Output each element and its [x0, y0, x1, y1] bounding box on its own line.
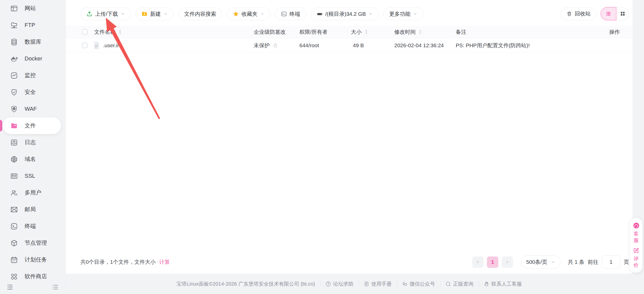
wechat-icon [402, 281, 408, 287]
sidebar-item-multiuser[interactable]: 多用户 [0, 184, 65, 201]
log-icon [10, 139, 18, 146]
sort-icon[interactable] [365, 29, 368, 35]
chevron-right-icon [505, 260, 510, 264]
sidebar-item-label: 软件商店 [25, 273, 47, 280]
view-toggle [601, 7, 629, 20]
sidebar-item-logs[interactable]: 日志 [0, 134, 65, 151]
terminal-icon [10, 222, 18, 230]
hand-icon [484, 281, 489, 287]
content-search-button[interactable]: 文件内容搜索 [178, 7, 222, 20]
page-unit-label: 页 [624, 258, 629, 266]
sidebar-item-label: SSL [25, 173, 35, 179]
chevron-down-icon [163, 12, 168, 16]
sidebar-item-label: 网站 [25, 5, 36, 12]
menu-list-icon[interactable] [52, 283, 59, 291]
feedback-button[interactable]: 评价 [633, 247, 640, 268]
row-checkbox[interactable] [82, 43, 88, 48]
sidebar-item-node-management[interactable]: 节点管理 [0, 235, 65, 251]
grid-view-button[interactable] [616, 7, 629, 20]
header-tamper-proof: 企业级防篡改 [254, 26, 286, 38]
sidebar-item-mail[interactable]: 邮局 [0, 201, 65, 218]
footer-link-forum-help[interactable]: 论坛求助 [326, 281, 353, 287]
page-size-value: 500条/页 [526, 258, 547, 266]
recycle-bin-button[interactable]: 回收站 [561, 7, 597, 20]
customer-service-button[interactable]: 客服 [633, 222, 640, 243]
sidebar-item-cron[interactable]: 计划任务 [0, 251, 65, 268]
file-name-link[interactable]: .user.ini [103, 42, 121, 48]
sidebar-item-waf[interactable]: WAF [0, 101, 65, 117]
favorites-button[interactable]: 收藏夹 [227, 7, 270, 20]
sidebar-item-website[interactable]: 网站 [0, 0, 65, 17]
app-store-icon [10, 273, 18, 281]
header-file-name: 文件名称 [94, 26, 122, 38]
table-row[interactable]: .user.ini 未保护 644/root 49 B 2026-02-04 1… [66, 38, 633, 53]
page-size-select[interactable]: 500条/页 [521, 255, 561, 269]
footer-divider [479, 281, 479, 287]
sidebar-item-label: 监控 [25, 72, 36, 79]
new-button[interactable]: 新建 [135, 7, 174, 20]
globe-icon [10, 155, 18, 163]
prev-page-button[interactable] [472, 256, 484, 268]
footer-copyright: 宝塔Linux面板©2014-2026 广东堡塔安全技术有限公司 (bt.cn) [177, 281, 315, 287]
list-view-button[interactable] [601, 7, 616, 20]
recycle-bin-label: 回收站 [575, 10, 591, 17]
chevron-down-icon [551, 260, 555, 264]
sidebar-item-domain[interactable]: 域名 [0, 151, 65, 168]
unlock-icon[interactable] [273, 43, 278, 48]
header-permission-owner: 权限/所有者 [299, 26, 328, 38]
select-all-checkbox[interactable] [82, 29, 88, 35]
sidebar-item-label: 文件 [25, 122, 36, 129]
sidebar: 网站 FTP 数据库 Docker 监控 安全 WAF 文件 [0, 0, 65, 294]
header-modified-time: 修改时间 [394, 26, 422, 38]
disk-icon [317, 11, 323, 17]
file-document-icon [93, 42, 100, 50]
users-icon [10, 189, 18, 197]
sidebar-item-label: 计划任务 [25, 256, 47, 264]
goto-page-input[interactable] [602, 255, 620, 269]
sidebar-item-label: WAF [25, 106, 37, 112]
sidebar-item-app-store[interactable]: 软件商店 [0, 268, 65, 285]
footer-link-wechat[interactable]: 微信公众号 [402, 281, 435, 287]
sidebar-item-terminal[interactable]: 终端 [0, 218, 65, 235]
manual-book-icon [364, 281, 369, 287]
pagination: 1 500条/页 共 1 条 前往 页 [472, 255, 629, 269]
sidebar-item-label: 日志 [25, 139, 36, 146]
collapse-sidebar-icon[interactable] [6, 283, 14, 291]
waf-shield-globe-icon [10, 105, 18, 113]
header-note: 备注 [456, 26, 466, 38]
disk-selector-button[interactable]: /(根目录)34.2 GB [311, 7, 379, 20]
upload-icon [86, 11, 93, 17]
upload-download-label: 上传/下载 [95, 10, 118, 18]
sidebar-item-database[interactable]: 数据库 [0, 34, 65, 50]
sidebar-item-docker[interactable]: Docker [0, 50, 65, 67]
footer-link-manual[interactable]: 使用手册 [364, 281, 392, 287]
toolbar-right: 回收站 [561, 7, 629, 20]
upload-download-button[interactable]: 上传/下载 [80, 7, 131, 20]
sidebar-item-label: 数据库 [25, 38, 41, 46]
row-select-cell [82, 38, 88, 53]
sidebar-item-ftp[interactable]: FTP [0, 17, 65, 34]
footer-link-genuine-check[interactable]: 正版查询 [446, 281, 473, 287]
row-tamper-cell: 未保护 [254, 38, 278, 53]
more-functions-button[interactable]: 更多功能 [383, 7, 423, 20]
terminal-button[interactable]: 终端 [275, 7, 306, 20]
chevron-down-icon [368, 12, 373, 16]
footer-divider [397, 281, 397, 287]
next-page-button[interactable] [502, 256, 513, 268]
sidebar-item-security[interactable]: 安全 [0, 84, 65, 101]
current-page-button[interactable]: 1 [487, 256, 498, 268]
cube-icon [10, 239, 18, 247]
total-count-label: 共 1 条 [568, 258, 584, 266]
sort-icon[interactable] [118, 29, 122, 35]
row-file-name-cell: .user.ini [93, 38, 121, 53]
sidebar-item-monitor[interactable]: 监控 [0, 67, 65, 84]
sidebar-item-label: 节点管理 [25, 239, 47, 247]
footer-link-human-support[interactable]: 联系人工客服 [484, 281, 522, 287]
folder-icon [10, 122, 18, 130]
browser-icon [10, 5, 18, 12]
sidebar-item-ssl[interactable]: SSL [0, 168, 65, 184]
sidebar-item-files[interactable]: 文件 [3, 117, 61, 134]
terminal-window-icon [281, 11, 287, 17]
calculate-size-link[interactable]: 计算 [159, 258, 170, 266]
sort-icon[interactable] [419, 29, 422, 35]
